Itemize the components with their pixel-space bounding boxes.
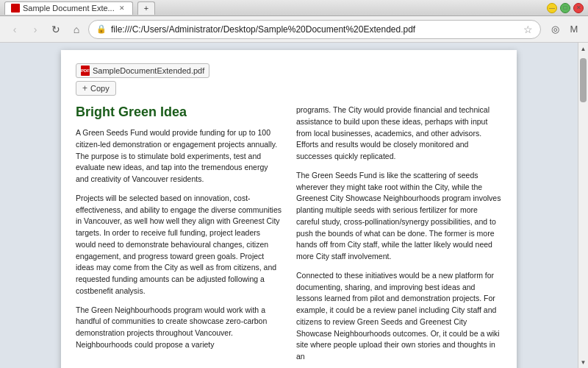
tab-favicon: [11, 4, 20, 13]
scrollbar: ▲ ▼: [578, 43, 588, 368]
doc-content: Bright Green Idea A Green Seeds Fund wou…: [76, 105, 502, 368]
forward-icon: ›: [34, 24, 37, 35]
nav-extensions: ◎ M: [547, 21, 582, 38]
back-icon: ‹: [13, 24, 17, 35]
scroll-down-button[interactable]: ▼: [578, 356, 589, 368]
paragraph-6: Connected to these initiatives would be …: [296, 270, 502, 363]
active-tab[interactable]: Sample Document Exte... ✕: [4, 1, 133, 15]
address-text: file:///C:/Users/Administrator/Desktop/S…: [111, 24, 519, 35]
scrollbar-thumb[interactable]: [580, 58, 587, 102]
browser-content: PDF SampleDocumentExtended.pdf + Copy Br…: [0, 43, 588, 368]
title-bar: Sample Document Exte... ✕ + — □ ✕: [0, 0, 588, 16]
nav-bar: ‹ › ↻ ⌂ 🔒 file:///C:/Users/Administrator…: [0, 16, 588, 43]
file-chip: PDF SampleDocumentExtended.pdf: [76, 63, 209, 78]
window-controls: — □ ✕: [547, 3, 584, 13]
extension-icon-1[interactable]: ◎: [547, 21, 563, 38]
pdf-icon: PDF: [81, 66, 90, 76]
right-column: programs. The City would provide financi…: [296, 105, 502, 368]
paragraph-1: A Green Seeds Fund would provide funding…: [76, 127, 282, 185]
copy-button[interactable]: + Copy: [76, 81, 116, 96]
minimize-button[interactable]: —: [547, 3, 557, 13]
back-button[interactable]: ‹: [6, 21, 24, 38]
maximize-button[interactable]: □: [560, 3, 570, 13]
document-title: Bright Green Idea: [76, 105, 282, 120]
extension-icon-2[interactable]: M: [566, 21, 582, 38]
forward-button[interactable]: ›: [26, 21, 44, 38]
close-button[interactable]: ✕: [573, 3, 584, 13]
content-area: PDF SampleDocumentExtended.pdf + Copy Br…: [0, 43, 588, 368]
left-column: Bright Green Idea A Green Seeds Fund wou…: [76, 105, 282, 368]
home-icon: ⌂: [74, 24, 79, 35]
file-chip-name: SampleDocumentExtended.pdf: [93, 66, 204, 75]
new-tab-icon: +: [144, 4, 148, 13]
lock-icon: 🔒: [96, 24, 107, 34]
address-bar[interactable]: 🔒 file:///C:/Users/Administrator/Desktop…: [88, 20, 541, 39]
reload-icon: ↻: [51, 24, 60, 35]
plus-icon: +: [82, 83, 87, 93]
home-button[interactable]: ⌂: [68, 21, 85, 38]
tab-label: Sample Document Exte...: [23, 4, 115, 13]
new-tab-button[interactable]: +: [137, 1, 155, 15]
scrollbar-track[interactable]: [578, 54, 588, 356]
copy-label: Copy: [90, 84, 110, 93]
reload-button[interactable]: ↻: [47, 21, 65, 38]
paragraph-3: The Green Neighbourhoods program would w…: [76, 305, 282, 351]
file-chip-row: PDF SampleDocumentExtended.pdf: [76, 62, 502, 81]
pdf-page: PDF SampleDocumentExtended.pdf + Copy Br…: [61, 50, 517, 368]
scroll-up-button[interactable]: ▲: [578, 43, 589, 54]
paragraph-2: Projects will be selected based on innov…: [76, 193, 282, 297]
bookmark-icon[interactable]: ☆: [523, 24, 533, 35]
paragraph-5: The Green Seeds Fund is like the scatter…: [296, 170, 502, 263]
paragraph-4: programs. The City would provide financi…: [296, 105, 502, 163]
tab-area: Sample Document Exte... ✕ +: [4, 1, 155, 15]
tab-close-button[interactable]: ✕: [118, 4, 126, 13]
